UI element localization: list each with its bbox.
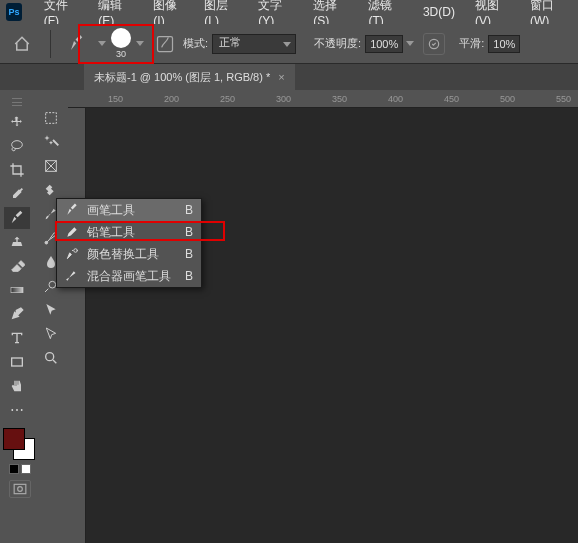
mode-label: 模式: bbox=[183, 36, 208, 51]
zoom-tool[interactable] bbox=[38, 347, 64, 369]
pressure-opacity-icon[interactable] bbox=[423, 33, 445, 55]
crop-tool[interactable] bbox=[4, 159, 30, 181]
lasso-tool[interactable] bbox=[4, 135, 30, 157]
document-tab-title: 未标题-1 @ 100% (图层 1, RGB/8) * bbox=[94, 70, 270, 85]
pen-tool[interactable] bbox=[4, 303, 30, 325]
opacity-value[interactable]: 100% bbox=[365, 35, 403, 53]
magic-wand-tool[interactable] bbox=[38, 131, 64, 153]
opacity-label: 不透明度: bbox=[314, 36, 361, 51]
edit-toolbar[interactable]: ⋯ bbox=[4, 399, 30, 421]
color-replace-icon bbox=[63, 247, 81, 261]
document-tab-bar: 未标题-1 @ 100% (图层 1, RGB/8) * × bbox=[0, 64, 578, 90]
home-icon[interactable] bbox=[10, 32, 34, 56]
flyout-pencil-tool[interactable]: 铅笔工具 B bbox=[57, 221, 201, 243]
brush-tool[interactable] bbox=[4, 207, 30, 229]
main-area: ⋯ bbox=[0, 90, 578, 543]
rectangle-tool[interactable] bbox=[4, 351, 30, 373]
frame-tool[interactable] bbox=[38, 155, 64, 177]
brush-dot-icon bbox=[111, 28, 131, 48]
brush-preset-dropdown[interactable] bbox=[133, 32, 147, 56]
opacity-dropdown[interactable] bbox=[403, 32, 417, 56]
type-tool[interactable] bbox=[4, 327, 30, 349]
app-logo: Ps bbox=[6, 3, 22, 21]
svg-point-2 bbox=[12, 141, 23, 149]
hand-tool[interactable] bbox=[4, 375, 30, 397]
eraser-tool[interactable] bbox=[4, 255, 30, 277]
svg-rect-7 bbox=[46, 113, 57, 124]
svg-rect-4 bbox=[12, 358, 23, 366]
mixer-brush-icon bbox=[63, 269, 81, 283]
tool-preset-icon[interactable] bbox=[63, 30, 91, 58]
gradient-tool[interactable] bbox=[4, 279, 30, 301]
marquee-tool[interactable] bbox=[38, 107, 64, 129]
swap-colors-icon[interactable] bbox=[21, 464, 31, 474]
smooth-value[interactable]: 10% bbox=[488, 35, 520, 53]
foreground-color[interactable] bbox=[3, 428, 25, 450]
svg-point-10 bbox=[49, 281, 56, 288]
flyout-mixer-brush-tool[interactable]: 混合器画笔工具 B bbox=[57, 265, 201, 287]
menu-bar: Ps 文件(F) 编辑(E) 图像(I) 图层(L) 文字(Y) 选择(S) 滤… bbox=[0, 0, 578, 24]
brush-tool-flyout: 画笔工具 B 铅笔工具 B 颜色替换工具 B 混合器画笔工具 B bbox=[56, 198, 202, 288]
document-tab[interactable]: 未标题-1 @ 100% (图层 1, RGB/8) * × bbox=[84, 64, 295, 90]
direct-select-tool[interactable] bbox=[38, 323, 64, 345]
pencil-icon bbox=[63, 225, 81, 239]
panel-grip[interactable] bbox=[12, 98, 22, 106]
quick-mask-icon[interactable] bbox=[9, 480, 31, 498]
svg-rect-3 bbox=[11, 287, 23, 292]
brush-icon bbox=[63, 203, 81, 217]
canvas-area: 150 200 250 300 350 400 450 500 550 bbox=[68, 90, 578, 543]
toolbox: ⋯ bbox=[0, 90, 68, 543]
svg-point-9 bbox=[45, 241, 48, 244]
options-bar: 30 模式: 正常 不透明度: 100% 平滑: 10% bbox=[0, 24, 578, 64]
brush-preview[interactable]: 30 bbox=[109, 28, 133, 59]
ruler-vertical[interactable] bbox=[68, 108, 86, 543]
canvas[interactable] bbox=[86, 108, 578, 543]
color-swatch[interactable] bbox=[3, 428, 35, 460]
mode-select[interactable]: 正常 bbox=[212, 34, 296, 54]
svg-point-11 bbox=[46, 353, 54, 361]
smooth-label: 平滑: bbox=[459, 36, 484, 51]
move-tool[interactable] bbox=[4, 111, 30, 133]
menu-3d[interactable]: 3D(D) bbox=[413, 5, 465, 19]
tool-preset-dropdown[interactable] bbox=[95, 32, 109, 56]
brush-size-label: 30 bbox=[116, 49, 126, 59]
flyout-brush-tool[interactable]: 画笔工具 B bbox=[57, 199, 201, 221]
eyedropper-tool[interactable] bbox=[4, 183, 30, 205]
flyout-color-replace-tool[interactable]: 颜色替换工具 B bbox=[57, 243, 201, 265]
svg-point-6 bbox=[18, 487, 23, 492]
default-colors-icon[interactable] bbox=[9, 464, 19, 474]
brush-panel-icon[interactable] bbox=[151, 30, 179, 58]
svg-rect-5 bbox=[14, 484, 26, 493]
ruler-horizontal[interactable]: 150 200 250 300 350 400 450 500 550 bbox=[68, 90, 578, 108]
path-select-tool[interactable] bbox=[38, 299, 64, 321]
close-icon[interactable]: × bbox=[278, 71, 284, 83]
svg-rect-0 bbox=[158, 36, 173, 51]
clone-stamp-tool[interactable] bbox=[4, 231, 30, 253]
